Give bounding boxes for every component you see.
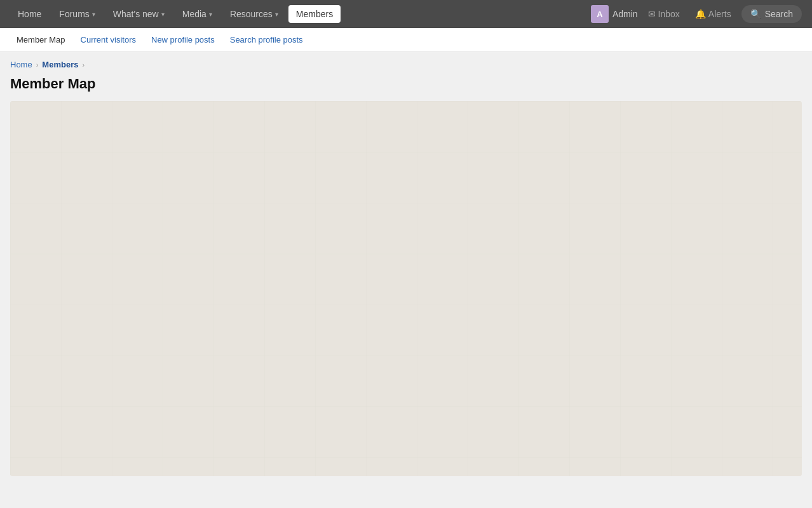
breadcrumb-separator: › <box>36 61 39 69</box>
nav-media-label: Media <box>182 9 206 19</box>
subnav-search-profile-posts[interactable]: Search profile posts <box>224 31 309 48</box>
chevron-down-icon: ▾ <box>92 11 95 18</box>
nav-forums[interactable]: Forums ▾ <box>51 5 102 23</box>
inbox-button[interactable]: ✉ Inbox <box>643 6 685 22</box>
nav-resources[interactable]: Resources ▾ <box>222 5 286 23</box>
subnav-current-visitors[interactable]: Current visitors <box>74 31 142 48</box>
nav-whats-new-label: What's new <box>113 9 159 19</box>
nav-resources-label: Resources <box>230 9 273 19</box>
user-admin-link[interactable]: A Admin <box>591 5 638 23</box>
chevron-down-icon: ▾ <box>209 11 212 18</box>
breadcrumb: Home › Members › <box>0 52 812 73</box>
nav-forums-label: Forums <box>59 9 89 19</box>
nav-links-left: Home Forums ▾ What's new ▾ Media ▾ Resou… <box>10 5 341 23</box>
search-label: Search <box>765 9 793 19</box>
inbox-icon: ✉ <box>648 9 656 19</box>
nav-members[interactable]: Members <box>288 5 341 23</box>
search-icon: 🔍 <box>750 9 761 19</box>
avatar: A <box>591 5 609 23</box>
top-navigation: Home Forums ▾ What's new ▾ Media ▾ Resou… <box>0 0 812 28</box>
breadcrumb-home[interactable]: Home <box>10 60 32 69</box>
nav-whats-new[interactable]: What's new ▾ <box>105 5 172 23</box>
subnav-new-profile-posts[interactable]: New profile posts <box>145 31 221 48</box>
breadcrumb-members[interactable]: Members <box>42 60 78 69</box>
chevron-down-icon: ▾ <box>161 11 165 18</box>
admin-username: Admin <box>612 9 638 19</box>
page-title: Member Map <box>0 73 812 101</box>
alerts-label: Alerts <box>708 9 731 19</box>
alerts-button[interactable]: 🔔 Alerts <box>690 6 736 22</box>
nav-user-area: A Admin ✉ Inbox 🔔 Alerts 🔍 Search <box>591 5 802 23</box>
chevron-down-icon: ▾ <box>275 11 278 18</box>
nav-home[interactable]: Home <box>10 5 49 23</box>
bell-icon: 🔔 <box>695 9 706 19</box>
nav-media[interactable]: Media ▾ <box>175 5 220 23</box>
breadcrumb-separator-2: › <box>82 61 85 69</box>
subnav-member-map[interactable]: Member Map <box>10 31 72 48</box>
search-button[interactable]: 🔍 Search <box>741 5 802 23</box>
sub-navigation: Member Map Current visitors New profile … <box>0 28 812 52</box>
inbox-label: Inbox <box>658 9 680 19</box>
member-map[interactable] <box>10 101 802 476</box>
